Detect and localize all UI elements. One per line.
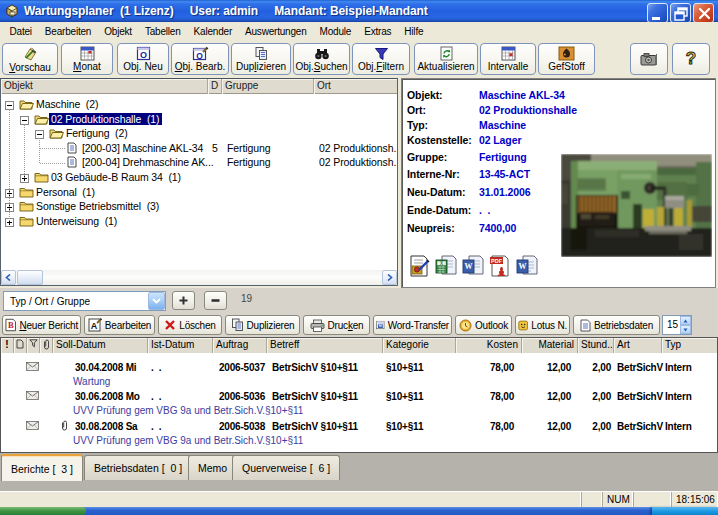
help-button[interactable]: ?: [672, 43, 710, 75]
table-column-header[interactable]: [40, 338, 53, 353]
menu-tabellen[interactable]: Tabellen: [138, 24, 187, 39]
tree-item-label[interactable]: Sonstige Betriebsmittel (3): [36, 200, 159, 212]
expand-all-button[interactable]: [172, 291, 195, 310]
menu-bearbeiten[interactable]: Bearbeiten: [38, 24, 97, 39]
outlook-button[interactable]: Outlook: [455, 315, 512, 335]
intervalle-button[interactable]: Intervalle: [480, 43, 536, 75]
betriebsdaten-label: Betriebsdaten: [594, 320, 653, 331]
tree-item-label[interactable]: Maschine (2): [36, 98, 98, 110]
menu-auswertungen[interactable]: Auswertungen: [239, 24, 314, 39]
menu-objekt[interactable]: Objekt: [98, 24, 139, 39]
word-transfer-button[interactable]: W Word-Transfer: [373, 315, 452, 335]
tree-item-label[interactable]: 03 Gebäude-B Raum 34 (1): [51, 171, 181, 183]
table-column-header[interactable]: Ist-Datum: [148, 338, 213, 353]
table-column-header[interactable]: !: [1, 338, 14, 353]
excel-export-icon[interactable]: X: [434, 254, 458, 278]
word-export-icon[interactable]: W: [461, 254, 485, 278]
tree-row[interactable]: Fertigung (2): [1, 126, 397, 141]
duplizieren-button[interactable]: Duplizieren: [231, 43, 291, 75]
table-column-header[interactable]: Typ: [662, 338, 717, 353]
table-column-header[interactable]: [14, 338, 27, 353]
table-column-header[interactable]: Kosten: [456, 338, 522, 353]
detail-label: Neupreis:: [407, 222, 455, 234]
loeschen-button[interactable]: Löschen: [158, 315, 222, 335]
obj-filtern-button[interactable]: Obj.Filtern: [352, 43, 410, 75]
combo-dropdown-icon[interactable]: [148, 292, 165, 310]
tree-row[interactable]: Personal (1): [1, 185, 397, 200]
detail-field: Ort:02 Produktionshalle: [407, 104, 426, 116]
neuer-bericht-button[interactable]: B Neuer Bericht: [2, 315, 81, 335]
table-column-header[interactable]: Material: [522, 338, 578, 353]
tree-item-label[interactable]: Fertigung (2): [66, 127, 128, 139]
word-transfer-icon: W: [376, 318, 385, 332]
cell-kategorie: §10+§11: [386, 421, 423, 432]
table-column-header[interactable]: Soll-Datum: [53, 338, 148, 353]
tab-berichte[interactable]: Berichte [ 3 ]: [1, 454, 83, 481]
spinner-up-icon[interactable]: [680, 316, 691, 325]
scroll-right-arrow-icon[interactable]: [382, 270, 397, 285]
gefstoff-button[interactable]: GefStoff: [538, 43, 595, 75]
tree-column-d[interactable]: D: [208, 79, 222, 94]
table-column-header[interactable]: Kategorie: [383, 338, 456, 353]
tree-column-gruppe[interactable]: Gruppe: [222, 79, 314, 94]
page-size-spinner[interactable]: 15: [662, 315, 692, 335]
menu-extras[interactable]: Extras: [358, 24, 398, 39]
tab-betriebsdaten[interactable]: Betriebsdaten [ 0 ]: [84, 455, 192, 480]
camera-button[interactable]: [630, 43, 668, 75]
aktualisieren-button[interactable]: Aktualisieren: [414, 43, 478, 75]
bearbeiten-button[interactable]: A Bearbeiten: [84, 315, 155, 335]
table-column-header[interactable]: Art: [614, 338, 662, 353]
spinner-down-icon[interactable]: [680, 325, 691, 334]
table-column-header[interactable]: Stund...: [578, 338, 614, 353]
table-row[interactable]: 30.04.2008 Mi. .2006-5037BetrSichV §10+§…: [1, 359, 717, 388]
menu-datei[interactable]: Datei: [3, 24, 38, 39]
table-column-header[interactable]: Auftrag: [213, 338, 267, 353]
drucken-button[interactable]: Drucken: [303, 315, 370, 335]
tree-item-label[interactable]: Personal (1): [36, 186, 95, 198]
table-row[interactable]: 30.08.2008 Sa. .2006-5038BetrSichV §10+§…: [1, 418, 717, 447]
scroll-thumb[interactable]: [17, 270, 43, 285]
tree-item-label[interactable]: [200-04] Drehmaschine AK...: [82, 156, 214, 168]
monat-button[interactable]: Monat: [61, 43, 113, 75]
menu-hilfe[interactable]: Hilfe: [398, 24, 430, 39]
table-row[interactable]: 30.06.2008 Mo. .2006-5036BetrSichV §10+§…: [1, 388, 717, 417]
vorschau-button[interactable]: Vorschau: [2, 43, 58, 75]
table-column-header[interactable]: Betreff: [267, 338, 383, 353]
tab-querverweise[interactable]: Querverweise [ 6 ]: [232, 455, 340, 480]
table-column-header[interactable]: [27, 338, 40, 353]
menu-module[interactable]: Module: [313, 24, 358, 39]
tree-item-label[interactable]: 02 Produktionshalle (1): [49, 113, 162, 125]
menu-kalender[interactable]: Kalender: [187, 24, 238, 39]
status-clock: 18:15:06: [672, 492, 718, 507]
duplizieren2-button[interactable]: Duplizieren: [225, 315, 300, 335]
word-document-icon[interactable]: W: [515, 254, 539, 278]
betriebsdaten-button[interactable]: Betriebsdaten: [573, 315, 660, 335]
object-detail-panel: Objekt:Maschine AKL-34Ort:02 Produktions…: [401, 78, 716, 288]
filter-row: Typ / Ort / Gruppe 19: [0, 288, 718, 313]
filter-combo[interactable]: Typ / Ort / Gruppe: [3, 291, 166, 311]
collapse-all-button[interactable]: [204, 291, 227, 310]
obj-neu-button[interactable]: O Obj. Neu: [117, 43, 169, 75]
tree-row[interactable]: Sonstige Betriebsmittel (3): [1, 199, 397, 214]
obj-suchen-button[interactable]: Obj.Suchen: [293, 43, 350, 75]
scroll-left-arrow-icon[interactable]: [1, 270, 16, 285]
minimize-button[interactable]: [647, 3, 668, 23]
tree-horizontal-scrollbar[interactable]: [1, 270, 397, 285]
close-button[interactable]: [693, 3, 714, 23]
tab-memo[interactable]: Memo: [188, 455, 237, 480]
bearbeiten-label: Bearbeiten: [105, 320, 151, 331]
tree-item-label[interactable]: [200-03] Maschine AKL-34: [82, 142, 203, 154]
tree-column-ort[interactable]: Ort: [314, 79, 397, 94]
tree-column-objekt[interactable]: Objekt: [1, 79, 208, 94]
tree-row[interactable]: Unterweisung (1): [1, 214, 397, 229]
obj-bearb-button[interactable]: O Obj. Bearb.: [171, 43, 229, 75]
tree-row[interactable]: Maschine (2): [1, 97, 397, 112]
lotus-notes-button[interactable]: Lotus N.: [515, 315, 570, 335]
tree-row[interactable]: 02 Produktionshalle (1): [1, 112, 397, 127]
sign-document-icon[interactable]: [407, 254, 431, 278]
start-button-fragment[interactable]: [0, 507, 86, 515]
restore-button[interactable]: [670, 3, 691, 23]
tree-row[interactable]: 03 Gebäude-B Raum 34 (1): [1, 170, 397, 185]
pdf-export-icon[interactable]: PDF: [488, 254, 512, 278]
tree-item-label[interactable]: Unterweisung (1): [36, 215, 117, 227]
